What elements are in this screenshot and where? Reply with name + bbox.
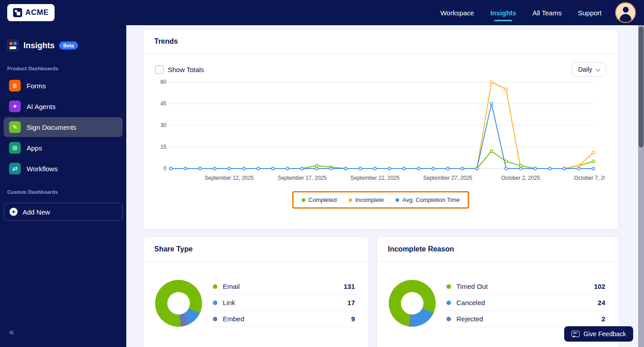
data-point-avg-completion-time[interactable] [563, 167, 566, 170]
add-new-button[interactable]: + Add New [4, 203, 123, 221]
series-line-completed [171, 151, 593, 169]
sidebar-item-label: Sign Documents [27, 123, 76, 131]
data-point-avg-completion-time[interactable] [184, 167, 187, 170]
user-avatar[interactable] [615, 2, 636, 23]
data-point-incomplete[interactable] [578, 164, 580, 167]
rejected-dot-icon [446, 317, 451, 321]
legend-item-completed[interactable]: Completed [302, 196, 337, 203]
top-nav-insights[interactable]: Insights [490, 0, 516, 25]
data-point-incomplete[interactable] [490, 81, 493, 83]
share-type-title: Share Type [143, 237, 368, 262]
data-point-completed[interactable] [505, 160, 507, 163]
legend-row-label: Email [223, 283, 338, 290]
show-totals-label[interactable]: Show Totals [168, 66, 204, 73]
sidebar-item-label: Apps [27, 144, 42, 152]
data-point-avg-completion-time[interactable] [170, 167, 172, 170]
top-nav-workspace[interactable]: Workspace [440, 0, 474, 25]
y-axis-label: 15 [161, 144, 167, 150]
data-point-avg-completion-time[interactable] [578, 167, 580, 170]
sidebar-item-forms[interactable]: ≣Forms [4, 76, 123, 96]
data-point-avg-completion-time[interactable] [490, 102, 493, 105]
data-point-avg-completion-time[interactable] [228, 167, 230, 170]
data-point-avg-completion-time[interactable] [286, 167, 289, 170]
top-nav-support[interactable]: Support [578, 0, 602, 25]
data-point-avg-completion-time[interactable] [417, 167, 420, 170]
interval-dropdown[interactable]: Daily [572, 62, 606, 77]
data-point-avg-completion-time[interactable] [243, 167, 245, 170]
x-axis-label: October 2, 2025 [501, 175, 540, 181]
main-content: Trends Show Totals Daily 015304560Septem… [126, 25, 644, 347]
data-point-avg-completion-time[interactable] [476, 167, 478, 170]
add-new-label: Add New [23, 208, 50, 216]
legend-row-value: 24 [598, 299, 605, 306]
timed-out-dot-icon [446, 284, 451, 289]
plus-icon: + [9, 208, 18, 216]
legend-row-label: Canceled [456, 299, 592, 306]
legend-row: CompletedIncompleteAvg. Completion Time [143, 191, 618, 209]
data-point-avg-completion-time[interactable] [519, 167, 522, 170]
series-line-avg-completion-time [171, 104, 593, 169]
data-point-incomplete[interactable] [505, 88, 507, 91]
email-dot-icon [213, 284, 217, 289]
legend-row-rejected: Rejected2 [446, 311, 606, 327]
avg-completion-time-dot-icon [396, 198, 399, 202]
data-point-avg-completion-time[interactable] [388, 167, 391, 170]
data-point-completed[interactable] [490, 150, 493, 153]
top-nav-all-teams[interactable]: All Teams [533, 0, 562, 25]
data-point-avg-completion-time[interactable] [330, 167, 332, 170]
link-dot-icon [213, 301, 217, 305]
legend-row-value: 9 [351, 315, 355, 323]
data-point-completed[interactable] [519, 164, 522, 167]
show-totals-checkbox[interactable] [155, 65, 164, 74]
data-point-completed[interactable] [315, 164, 318, 167]
scrollbar[interactable] [638, 25, 644, 347]
data-point-avg-completion-time[interactable] [213, 167, 216, 170]
sidebar-item-ai-agents[interactable]: ✦AI Agents [4, 96, 123, 116]
data-point-avg-completion-time[interactable] [315, 167, 318, 170]
feedback-bubble-icon [571, 331, 580, 337]
apps-icon: ⊞ [9, 142, 21, 154]
give-feedback-button[interactable]: Give Feedback [564, 326, 633, 342]
data-point-avg-completion-time[interactable] [432, 167, 435, 170]
data-point-avg-completion-time[interactable] [403, 167, 405, 170]
y-axis-label: 45 [161, 100, 167, 107]
top-nav: WorkspaceInsightsAll TeamsSupport [440, 0, 602, 25]
trends-chart: 015304560September 12, 2025September 17,… [143, 78, 618, 190]
legend-item-incomplete[interactable]: Incomplete [349, 196, 384, 203]
data-point-avg-completion-time[interactable] [534, 167, 537, 170]
data-point-avg-completion-time[interactable] [446, 167, 449, 170]
legend-row-email: Email131 [212, 279, 356, 295]
legend-label: Avg. Completion Time [402, 196, 460, 203]
sidebar-item-apps[interactable]: ⊞Apps [4, 138, 123, 158]
sidebar-item-sign-documents[interactable]: ✎Sign Documents [4, 117, 123, 137]
data-point-avg-completion-time[interactable] [199, 167, 202, 170]
section-label-custom-dashboards: Custom Dashboards [0, 179, 126, 198]
data-point-avg-completion-time[interactable] [257, 167, 260, 170]
data-point-avg-completion-time[interactable] [373, 167, 376, 170]
data-point-incomplete[interactable] [592, 151, 595, 154]
data-point-avg-completion-time[interactable] [461, 167, 464, 170]
data-point-avg-completion-time[interactable] [592, 167, 595, 170]
sidebar-collapse-button[interactable]: « [9, 327, 14, 337]
acme-logo-icon [13, 8, 22, 17]
legend-row-label: Timed Out [456, 283, 589, 290]
give-feedback-label: Give Feedback [584, 330, 626, 338]
legend-row-label: Link [223, 299, 342, 306]
scrollbar-thumb[interactable] [639, 27, 644, 147]
sidebar-item-workflows[interactable]: ⇄Workflows [4, 159, 123, 178]
show-totals-control: Show Totals [155, 65, 204, 74]
data-point-avg-completion-time[interactable] [345, 167, 347, 170]
workflows-icon: ⇄ [9, 163, 21, 174]
legend-row-value: 131 [344, 283, 355, 290]
avatar-person-icon [623, 7, 629, 13]
data-point-avg-completion-time[interactable] [548, 167, 551, 170]
data-point-avg-completion-time[interactable] [505, 167, 507, 170]
legend-row-embed: Embed9 [212, 311, 356, 327]
data-point-avg-completion-time[interactable] [359, 167, 362, 170]
data-point-avg-completion-time[interactable] [301, 167, 304, 170]
trends-card-title: Trends [143, 29, 618, 54]
legend-item-avg-completion-time[interactable]: Avg. Completion Time [396, 196, 460, 203]
data-point-avg-completion-time[interactable] [271, 167, 274, 170]
data-point-completed[interactable] [592, 160, 595, 163]
acme-logo[interactable]: ACME [7, 4, 55, 21]
